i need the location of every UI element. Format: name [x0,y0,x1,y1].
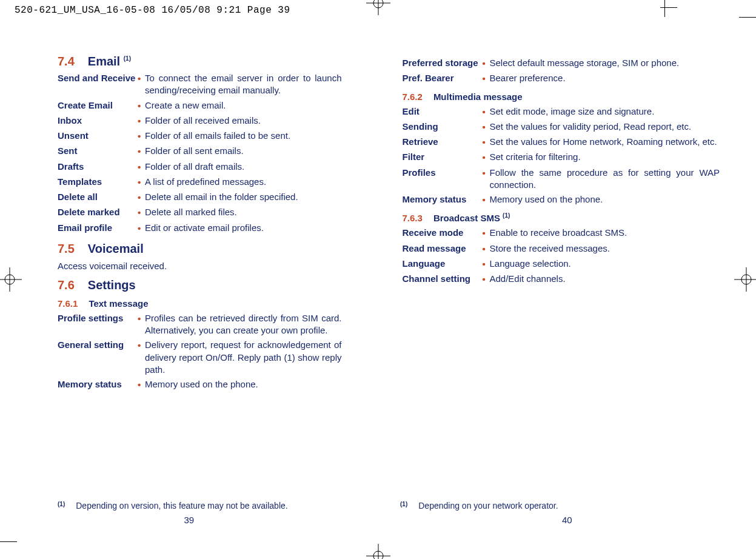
bullet-icon: • [483,151,490,164]
section-7-4-head: 7.4 Email (1) [58,55,342,69]
subsection-number: 7.6.3 [403,213,423,223]
definition-label: Channel setting [403,273,483,285]
definition-desc: Delete all email in the folder specified… [145,191,342,203]
footnote-ref: (1) [124,55,131,62]
definition-desc: Store the received messages. [490,243,720,255]
definition-desc: Delete all marked files. [145,206,342,218]
definition-desc: Memory used on the phone. [490,193,720,206]
definition-desc: Add/Edit channels. [490,273,720,285]
section-number: 7.6 [58,278,75,292]
definition-label: Delete marked [58,206,138,218]
bullet-icon: • [483,72,490,85]
definition-row: Channel setting•Add/Edit channels. [403,273,720,286]
subsection-number: 7.6.1 [58,298,78,309]
definition-label: Read message [403,243,483,255]
page-right: Preferred storage•Select default message… [378,49,757,393]
bullet-icon: • [483,243,490,255]
definition-row: Pref. Bearer•Bearer preference. [403,72,720,85]
subsection-title: Broadcast SMS (1) [433,212,510,223]
section-number: 7.4 [58,55,75,69]
definition-desc: Follow the same procedure as for setting… [490,167,720,192]
page-left: 7.4 Email (1) Send and Receive•To connec… [0,49,378,393]
bullet-icon: • [138,378,145,391]
crop-mark [660,7,677,8]
bullet-icon: • [483,167,490,179]
footnote-mark: (1) [400,501,407,510]
definition-label: Create Email [58,99,138,112]
crop-mark [739,17,756,18]
definition-row: Drafts•Folder of all draft emails. [58,161,342,173]
page-number-left: 39 [0,515,378,525]
definition-row: Send and Receive•To connect the email se… [58,72,342,97]
definition-desc: Memory used on the phone. [145,378,342,390]
definition-label: Pref. Bearer [403,72,483,84]
subsection-title: Text message [89,298,148,309]
definition-desc: Bearer preference. [490,72,720,84]
definition-label: Edit [403,105,483,118]
footnote-ref: (1) [503,212,510,219]
definition-desc: Edit or activate email profiles. [145,222,342,234]
footnote-text: Depending on version, this feature may n… [76,501,287,510]
section-7-6-1-head: 7.6.1 Text message [58,298,342,309]
definition-label: Receive mode [403,227,483,239]
definition-desc: Folder of all received emails. [145,115,342,127]
definition-label: Inbox [58,115,138,127]
definition-label: Profile settings [58,312,138,324]
definition-row: Filter•Set criteria for filtering. [403,151,720,164]
definition-desc: Profiles can be retrieved directly from … [145,312,342,337]
bullet-icon: • [483,227,490,239]
bullet-icon: • [483,273,490,286]
footnote-right: (1) Depending on your network operator. [400,501,558,510]
definition-desc: To connect the email server in order to … [145,72,342,97]
bullet-icon: • [138,161,145,173]
definition-row: Receive mode•Enable to receive broadcast… [403,227,720,239]
page-number-right: 40 [378,515,757,525]
definition-desc: Folder of all draft emails. [145,161,342,173]
definition-row: Delete all•Delete all email in the folde… [58,191,342,204]
definition-desc: Set the values for validity period, Read… [490,121,720,133]
definition-label: Sent [58,145,138,157]
definition-desc: Select default message storage, SIM or p… [490,57,720,69]
definition-desc: Enable to receive broadcast SMS. [490,227,720,239]
definition-row: Inbox•Folder of all received emails. [58,115,342,127]
bullet-icon: • [483,193,490,206]
definition-desc: Folder of all emails failed to be sent. [145,130,342,142]
bullet-icon: • [483,105,490,118]
definition-label: General setting [58,339,138,351]
bullet-icon: • [138,176,145,189]
definition-label: Sending [403,121,483,133]
definition-desc: Set edit mode, image size and signature. [490,105,720,118]
definition-label: Email profile [58,222,138,234]
subsection-title: Multimedia message [433,92,523,102]
definition-row: Profile settings•Profiles can be retriev… [58,312,342,337]
section-title-text: Email [88,55,120,68]
definition-label: Memory status [403,193,483,206]
definition-row: General setting•Delivery report, request… [58,339,342,376]
bullet-icon: • [138,339,145,352]
bullet-icon: • [138,115,145,127]
section-title: Voicemail [88,242,144,256]
footnote-text: Depending on your network operator. [418,501,558,510]
bullet-icon: • [138,312,145,325]
bullet-icon: • [138,191,145,204]
subsection-title-text: Broadcast SMS [433,213,500,223]
section-7-6-head: 7.6 Settings [58,278,342,292]
definition-desc: Set the values for Home network, Roaming… [490,136,720,148]
section-title: Email (1) [88,55,131,69]
page-spread: 7.4 Email (1) Send and Receive•To connec… [0,49,756,393]
definition-row: Sent•Folder of all sent emails. [58,145,342,158]
definition-row: Email profile•Edit or activate email pro… [58,222,342,235]
registration-mark-bottom [366,544,390,559]
bullet-icon: • [483,258,490,270]
section-7-5-head: 7.5 Voicemail [58,242,342,256]
definition-row: Memory status•Memory used on the phone. [403,193,720,206]
bullet-icon: • [483,121,490,133]
definition-row: Sending•Set the values for validity peri… [403,121,720,133]
bullet-icon: • [138,72,145,85]
definition-row: Language•Language selection. [403,258,720,270]
definition-desc: Folder of all sent emails. [145,145,342,157]
definition-desc: Create a new email. [145,99,342,112]
definition-label: Language [403,258,483,270]
definition-label: Unsent [58,130,138,142]
definition-desc: Set criteria for filtering. [490,151,720,163]
